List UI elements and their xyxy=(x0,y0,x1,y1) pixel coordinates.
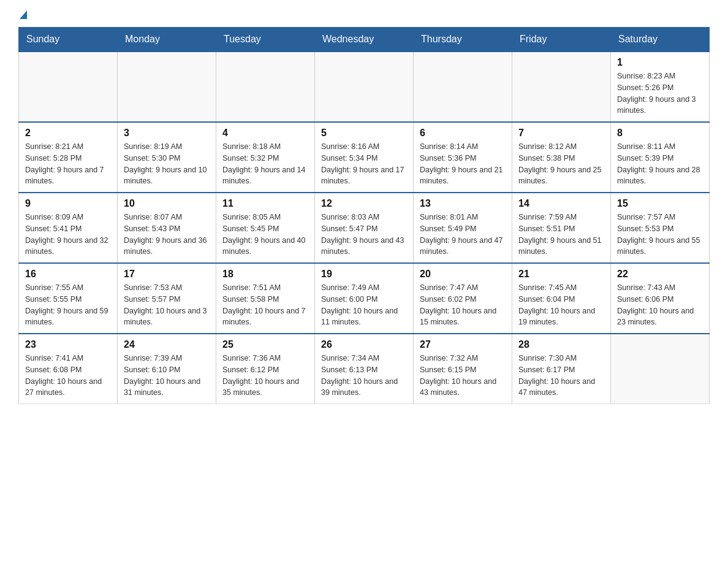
day-info: Sunrise: 7:36 AMSunset: 6:12 PMDaylight:… xyxy=(222,353,308,399)
weekday-header-friday: Friday xyxy=(512,28,611,52)
day-info: Sunrise: 8:11 AMSunset: 5:39 PMDaylight:… xyxy=(617,141,703,187)
week-row-2: 2Sunrise: 8:21 AMSunset: 5:28 PMDaylight… xyxy=(19,122,710,193)
day-info: Sunrise: 8:03 AMSunset: 5:47 PMDaylight:… xyxy=(321,212,407,258)
weekday-header-thursday: Thursday xyxy=(414,28,512,52)
day-number: 28 xyxy=(518,339,604,350)
calendar-cell: 5Sunrise: 8:16 AMSunset: 5:34 PMDaylight… xyxy=(315,122,414,193)
calendar-cell: 20Sunrise: 7:47 AMSunset: 6:02 PMDayligh… xyxy=(414,263,512,334)
day-info: Sunrise: 8:09 AMSunset: 5:41 PMDaylight:… xyxy=(25,212,111,258)
day-number: 12 xyxy=(321,198,407,209)
calendar-cell: 24Sunrise: 7:39 AMSunset: 6:10 PMDayligh… xyxy=(118,334,216,404)
day-number: 27 xyxy=(420,339,506,350)
day-info: Sunrise: 7:53 AMSunset: 5:57 PMDaylight:… xyxy=(124,282,210,328)
weekday-header-wednesday: Wednesday xyxy=(315,28,414,52)
calendar-cell: 14Sunrise: 7:59 AMSunset: 5:51 PMDayligh… xyxy=(512,193,611,263)
day-number: 4 xyxy=(222,128,308,139)
calendar-cell: 27Sunrise: 7:32 AMSunset: 6:15 PMDayligh… xyxy=(414,334,512,404)
page-header xyxy=(18,12,710,21)
day-info: Sunrise: 7:32 AMSunset: 6:15 PMDaylight:… xyxy=(420,353,506,399)
week-row-5: 23Sunrise: 7:41 AMSunset: 6:08 PMDayligh… xyxy=(19,334,710,404)
day-info: Sunrise: 7:55 AMSunset: 5:55 PMDaylight:… xyxy=(25,282,111,328)
calendar-cell xyxy=(414,52,512,122)
calendar-cell: 15Sunrise: 7:57 AMSunset: 5:53 PMDayligh… xyxy=(611,193,710,263)
calendar-cell: 3Sunrise: 8:19 AMSunset: 5:30 PMDaylight… xyxy=(118,122,216,193)
day-info: Sunrise: 7:51 AMSunset: 5:58 PMDaylight:… xyxy=(222,282,308,328)
calendar-cell xyxy=(216,52,315,122)
day-info: Sunrise: 7:34 AMSunset: 6:13 PMDaylight:… xyxy=(321,353,407,399)
week-row-1: 1Sunrise: 8:23 AMSunset: 5:26 PMDaylight… xyxy=(19,52,710,122)
day-info: Sunrise: 8:05 AMSunset: 5:45 PMDaylight:… xyxy=(222,212,308,258)
calendar-cell xyxy=(118,52,216,122)
day-info: Sunrise: 8:12 AMSunset: 5:38 PMDaylight:… xyxy=(518,141,604,187)
day-number: 6 xyxy=(420,128,506,139)
day-info: Sunrise: 7:59 AMSunset: 5:51 PMDaylight:… xyxy=(518,212,604,258)
week-row-3: 9Sunrise: 8:09 AMSunset: 5:41 PMDaylight… xyxy=(19,193,710,263)
day-number: 20 xyxy=(420,269,506,280)
day-number: 22 xyxy=(617,269,703,280)
calendar-cell: 19Sunrise: 7:49 AMSunset: 6:00 PMDayligh… xyxy=(315,263,414,334)
calendar-cell: 22Sunrise: 7:43 AMSunset: 6:06 PMDayligh… xyxy=(611,263,710,334)
calendar-cell: 12Sunrise: 8:03 AMSunset: 5:47 PMDayligh… xyxy=(315,193,414,263)
calendar-cell xyxy=(19,52,118,122)
day-number: 11 xyxy=(222,198,308,209)
calendar-cell: 26Sunrise: 7:34 AMSunset: 6:13 PMDayligh… xyxy=(315,334,414,404)
day-info: Sunrise: 7:39 AMSunset: 6:10 PMDaylight:… xyxy=(124,353,210,399)
day-number: 5 xyxy=(321,128,407,139)
calendar-cell: 17Sunrise: 7:53 AMSunset: 5:57 PMDayligh… xyxy=(118,263,216,334)
day-info: Sunrise: 7:45 AMSunset: 6:04 PMDaylight:… xyxy=(518,282,604,328)
calendar-cell: 18Sunrise: 7:51 AMSunset: 5:58 PMDayligh… xyxy=(216,263,315,334)
day-number: 17 xyxy=(124,269,210,280)
day-info: Sunrise: 8:18 AMSunset: 5:32 PMDaylight:… xyxy=(222,141,308,187)
day-number: 16 xyxy=(25,269,111,280)
day-number: 24 xyxy=(124,339,210,350)
calendar-cell: 13Sunrise: 8:01 AMSunset: 5:49 PMDayligh… xyxy=(414,193,512,263)
day-info: Sunrise: 8:14 AMSunset: 5:36 PMDaylight:… xyxy=(420,141,506,187)
day-number: 8 xyxy=(617,128,703,139)
calendar-cell: 25Sunrise: 7:36 AMSunset: 6:12 PMDayligh… xyxy=(216,334,315,404)
calendar-cell: 16Sunrise: 7:55 AMSunset: 5:55 PMDayligh… xyxy=(19,263,118,334)
day-number: 14 xyxy=(518,198,604,209)
weekday-header-saturday: Saturday xyxy=(611,28,710,52)
day-number: 1 xyxy=(617,57,703,68)
day-number: 26 xyxy=(321,339,407,350)
calendar-cell xyxy=(512,52,611,122)
calendar-cell: 8Sunrise: 8:11 AMSunset: 5:39 PMDaylight… xyxy=(611,122,710,193)
calendar-cell: 23Sunrise: 7:41 AMSunset: 6:08 PMDayligh… xyxy=(19,334,118,404)
day-info: Sunrise: 7:30 AMSunset: 6:17 PMDaylight:… xyxy=(518,353,604,399)
day-info: Sunrise: 8:16 AMSunset: 5:34 PMDaylight:… xyxy=(321,141,407,187)
day-info: Sunrise: 7:57 AMSunset: 5:53 PMDaylight:… xyxy=(617,212,703,258)
calendar-cell xyxy=(611,334,710,404)
day-number: 18 xyxy=(222,269,308,280)
weekday-header-sunday: Sunday xyxy=(19,28,118,52)
day-info: Sunrise: 8:21 AMSunset: 5:28 PMDaylight:… xyxy=(25,141,111,187)
day-number: 7 xyxy=(518,128,604,139)
day-info: Sunrise: 8:01 AMSunset: 5:49 PMDaylight:… xyxy=(420,212,506,258)
calendar-cell: 1Sunrise: 8:23 AMSunset: 5:26 PMDaylight… xyxy=(611,52,710,122)
weekday-header-row: SundayMondayTuesdayWednesdayThursdayFrid… xyxy=(19,28,710,52)
calendar-cell: 11Sunrise: 8:05 AMSunset: 5:45 PMDayligh… xyxy=(216,193,315,263)
day-number: 9 xyxy=(25,198,111,209)
day-number: 10 xyxy=(124,198,210,209)
calendar-cell xyxy=(315,52,414,122)
day-number: 3 xyxy=(124,128,210,139)
calendar-cell: 10Sunrise: 8:07 AMSunset: 5:43 PMDayligh… xyxy=(118,193,216,263)
weekday-header-tuesday: Tuesday xyxy=(216,28,315,52)
calendar-table: SundayMondayTuesdayWednesdayThursdayFrid… xyxy=(18,27,710,404)
logo-triangle-icon xyxy=(20,10,27,19)
calendar-cell: 2Sunrise: 8:21 AMSunset: 5:28 PMDaylight… xyxy=(19,122,118,193)
day-info: Sunrise: 7:41 AMSunset: 6:08 PMDaylight:… xyxy=(25,353,111,399)
day-number: 23 xyxy=(25,339,111,350)
day-number: 21 xyxy=(518,269,604,280)
day-number: 15 xyxy=(617,198,703,209)
day-number: 13 xyxy=(420,198,506,209)
day-info: Sunrise: 8:19 AMSunset: 5:30 PMDaylight:… xyxy=(124,141,210,187)
day-number: 2 xyxy=(25,128,111,139)
day-number: 25 xyxy=(222,339,308,350)
calendar-cell: 7Sunrise: 8:12 AMSunset: 5:38 PMDaylight… xyxy=(512,122,611,193)
calendar-cell: 4Sunrise: 8:18 AMSunset: 5:32 PMDaylight… xyxy=(216,122,315,193)
calendar-cell: 28Sunrise: 7:30 AMSunset: 6:17 PMDayligh… xyxy=(512,334,611,404)
day-info: Sunrise: 8:07 AMSunset: 5:43 PMDaylight:… xyxy=(124,212,210,258)
day-number: 19 xyxy=(321,269,407,280)
week-row-4: 16Sunrise: 7:55 AMSunset: 5:55 PMDayligh… xyxy=(19,263,710,334)
calendar-cell: 6Sunrise: 8:14 AMSunset: 5:36 PMDaylight… xyxy=(414,122,512,193)
